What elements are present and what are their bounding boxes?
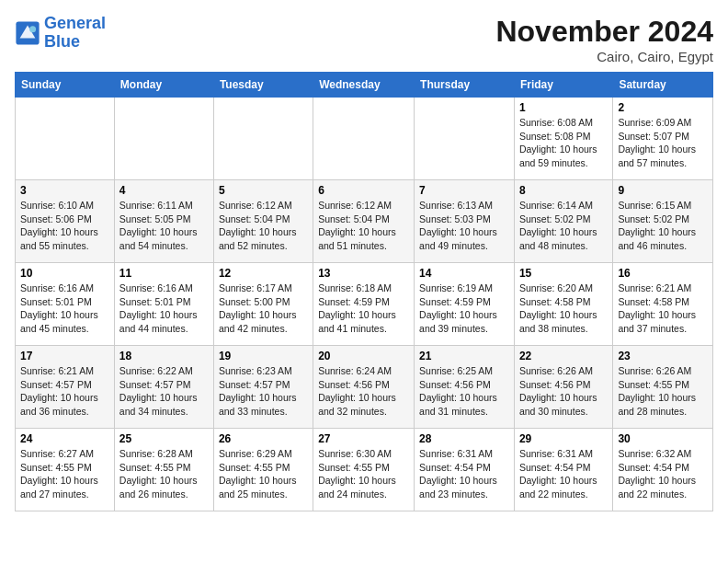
day-info: Sunrise: 6:11 AM Sunset: 5:05 PM Dayligh… [119,199,209,253]
day-info: Sunrise: 6:14 AM Sunset: 5:02 PM Dayligh… [519,199,608,253]
day-info: Sunrise: 6:26 AM Sunset: 4:56 PM Dayligh… [519,364,608,419]
day-number: 11 [119,267,209,280]
calendar-cell: 26Sunrise: 6:29 AM Sunset: 4:55 PM Dayli… [213,429,313,511]
calendar-cell: 17Sunrise: 6:21 AM Sunset: 4:57 PM Dayli… [16,346,115,429]
calendar-header-row: SundayMondayTuesdayWednesdayThursdayFrid… [16,73,713,98]
day-number: 20 [318,350,409,362]
calendar-cell: 5Sunrise: 6:12 AM Sunset: 5:04 PM Daylig… [213,180,313,263]
day-info: Sunrise: 6:08 AM Sunset: 5:08 PM Dayligh… [519,116,608,170]
day-number: 5 [219,184,308,197]
calendar-cell: 24Sunrise: 6:27 AM Sunset: 4:55 PM Dayli… [16,429,115,511]
calendar-cell [313,98,415,180]
title-block: November 2024 Cairo, Cairo, Egypt [495,15,713,64]
logo: General Blue [15,15,106,52]
calendar-cell: 6Sunrise: 6:12 AM Sunset: 5:04 PM Daylig… [313,180,415,263]
weekday-header: Wednesday [313,73,415,98]
calendar-cell: 1Sunrise: 6:08 AM Sunset: 5:08 PM Daylig… [514,98,612,180]
day-number: 10 [20,267,109,280]
day-info: Sunrise: 6:21 AM Sunset: 4:57 PM Dayligh… [20,364,109,419]
calendar-cell: 9Sunrise: 6:15 AM Sunset: 5:02 PM Daylig… [613,180,713,263]
calendar-cell [16,98,115,180]
calendar-cell: 2Sunrise: 6:09 AM Sunset: 5:07 PM Daylig… [613,98,713,180]
calendar-cell [114,98,213,180]
day-number: 26 [219,432,308,445]
day-number: 29 [519,432,608,445]
calendar-week-row: 17Sunrise: 6:21 AM Sunset: 4:57 PM Dayli… [16,346,713,429]
calendar-cell: 23Sunrise: 6:26 AM Sunset: 4:55 PM Dayli… [613,346,713,429]
day-number: 1 [519,101,608,114]
day-number: 16 [618,267,708,280]
calendar-cell: 14Sunrise: 6:19 AM Sunset: 4:59 PM Dayli… [415,263,515,346]
day-number: 17 [20,350,109,362]
day-info: Sunrise: 6:31 AM Sunset: 4:54 PM Dayligh… [419,447,509,501]
day-info: Sunrise: 6:24 AM Sunset: 4:56 PM Dayligh… [318,364,409,419]
day-number: 18 [119,350,209,362]
calendar-cell: 8Sunrise: 6:14 AM Sunset: 5:02 PM Daylig… [514,180,612,263]
logo-line2: Blue [44,32,80,51]
day-number: 25 [119,432,209,445]
weekday-header: Monday [114,73,213,98]
day-number: 6 [318,184,409,197]
day-info: Sunrise: 6:30 AM Sunset: 4:55 PM Dayligh… [318,447,409,501]
day-number: 22 [519,350,608,362]
day-info: Sunrise: 6:12 AM Sunset: 5:04 PM Dayligh… [318,199,409,253]
calendar-cell [415,98,515,180]
day-number: 24 [20,432,109,445]
day-number: 3 [20,184,109,197]
calendar-cell: 21Sunrise: 6:25 AM Sunset: 4:56 PM Dayli… [415,346,515,429]
day-info: Sunrise: 6:20 AM Sunset: 4:58 PM Dayligh… [519,282,608,336]
day-number: 30 [618,432,708,445]
calendar-cell: 20Sunrise: 6:24 AM Sunset: 4:56 PM Dayli… [313,346,415,429]
day-number: 8 [519,184,608,197]
day-info: Sunrise: 6:29 AM Sunset: 4:55 PM Dayligh… [219,447,308,501]
day-number: 27 [318,432,409,445]
day-number: 4 [119,184,209,197]
day-info: Sunrise: 6:27 AM Sunset: 4:55 PM Dayligh… [20,447,109,501]
day-info: Sunrise: 6:32 AM Sunset: 4:54 PM Dayligh… [618,447,708,501]
calendar-cell: 4Sunrise: 6:11 AM Sunset: 5:05 PM Daylig… [114,180,213,263]
day-info: Sunrise: 6:15 AM Sunset: 5:02 PM Dayligh… [618,199,708,253]
day-info: Sunrise: 6:22 AM Sunset: 4:57 PM Dayligh… [119,364,209,419]
month-title: November 2024 [495,15,713,49]
location: Cairo, Cairo, Egypt [495,49,713,64]
calendar-week-row: 24Sunrise: 6:27 AM Sunset: 4:55 PM Dayli… [16,429,713,511]
calendar-cell: 25Sunrise: 6:28 AM Sunset: 4:55 PM Dayli… [114,429,213,511]
svg-point-2 [29,26,36,32]
weekday-header: Tuesday [213,73,313,98]
day-number: 14 [419,267,509,280]
calendar-cell: 11Sunrise: 6:16 AM Sunset: 5:01 PM Dayli… [114,263,213,346]
day-info: Sunrise: 6:28 AM Sunset: 4:55 PM Dayligh… [119,447,209,501]
day-info: Sunrise: 6:17 AM Sunset: 5:00 PM Dayligh… [219,282,308,336]
calendar-cell: 29Sunrise: 6:31 AM Sunset: 4:54 PM Dayli… [514,429,612,511]
day-info: Sunrise: 6:19 AM Sunset: 4:59 PM Dayligh… [419,282,509,336]
day-number: 21 [419,350,509,362]
day-info: Sunrise: 6:25 AM Sunset: 4:56 PM Dayligh… [419,364,509,419]
day-info: Sunrise: 6:21 AM Sunset: 4:58 PM Dayligh… [618,282,708,336]
day-info: Sunrise: 6:09 AM Sunset: 5:07 PM Dayligh… [618,116,708,170]
weekday-header: Thursday [415,73,515,98]
day-number: 23 [618,350,708,362]
day-info: Sunrise: 6:13 AM Sunset: 5:03 PM Dayligh… [419,199,509,253]
calendar-body: 1Sunrise: 6:08 AM Sunset: 5:08 PM Daylig… [16,98,713,511]
day-number: 2 [618,101,708,114]
day-number: 15 [519,267,608,280]
calendar-cell: 18Sunrise: 6:22 AM Sunset: 4:57 PM Dayli… [114,346,213,429]
logo-line1: General [44,14,106,32]
day-number: 12 [219,267,308,280]
calendar-cell: 7Sunrise: 6:13 AM Sunset: 5:03 PM Daylig… [415,180,515,263]
day-number: 19 [219,350,308,362]
calendar-week-row: 3Sunrise: 6:10 AM Sunset: 5:06 PM Daylig… [16,180,713,263]
calendar-week-row: 10Sunrise: 6:16 AM Sunset: 5:01 PM Dayli… [16,263,713,346]
day-info: Sunrise: 6:16 AM Sunset: 5:01 PM Dayligh… [20,282,109,336]
day-info: Sunrise: 6:26 AM Sunset: 4:55 PM Dayligh… [618,364,708,419]
logo-icon [15,20,40,46]
calendar-cell: 27Sunrise: 6:30 AM Sunset: 4:55 PM Dayli… [313,429,415,511]
calendar-cell: 13Sunrise: 6:18 AM Sunset: 4:59 PM Dayli… [313,263,415,346]
calendar-cell: 30Sunrise: 6:32 AM Sunset: 4:54 PM Dayli… [613,429,713,511]
calendar-cell: 22Sunrise: 6:26 AM Sunset: 4:56 PM Dayli… [514,346,612,429]
day-info: Sunrise: 6:18 AM Sunset: 4:59 PM Dayligh… [318,282,409,336]
calendar-cell: 28Sunrise: 6:31 AM Sunset: 4:54 PM Dayli… [415,429,515,511]
day-number: 7 [419,184,509,197]
calendar-cell [213,98,313,180]
day-info: Sunrise: 6:10 AM Sunset: 5:06 PM Dayligh… [20,199,109,253]
